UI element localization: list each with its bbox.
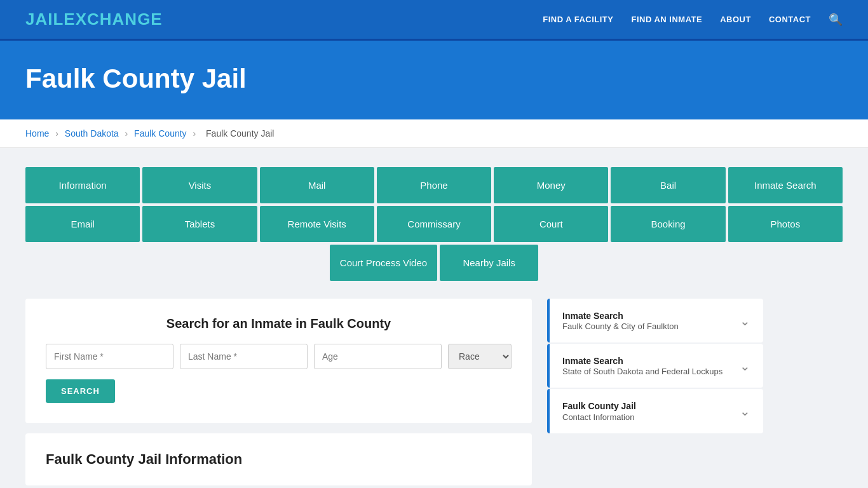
breadcrumb-home[interactable]: Home bbox=[25, 128, 49, 139]
breadcrumb: Home › South Dakota › Faulk County › Fau… bbox=[0, 119, 868, 148]
btn-tablets[interactable]: Tablets bbox=[142, 206, 257, 242]
sidebar-card-1-subtitle: Faulk County & City of Faulkton bbox=[562, 322, 679, 331]
btn-court-process-video[interactable]: Court Process Video bbox=[330, 245, 437, 281]
breadcrumb-separator-3: › bbox=[193, 128, 196, 139]
sidebar: Inmate Search Faulk County & City of Fau… bbox=[547, 299, 763, 485]
chevron-down-icon-2: ⌄ bbox=[740, 358, 750, 374]
nav-contact[interactable]: CONTACT bbox=[769, 15, 811, 24]
sidebar-card-1: Inmate Search Faulk County & City of Fau… bbox=[547, 299, 763, 342]
btn-money[interactable]: Money bbox=[494, 167, 608, 203]
btn-nearby-jails[interactable]: Nearby Jails bbox=[440, 245, 538, 281]
age-input[interactable] bbox=[314, 344, 442, 369]
btn-remote-visits[interactable]: Remote Visits bbox=[260, 206, 374, 242]
search-title: Search for an Inmate in Faulk County bbox=[46, 316, 512, 331]
chevron-down-icon-1: ⌄ bbox=[740, 313, 750, 329]
btn-phone[interactable]: Phone bbox=[377, 167, 491, 203]
sidebar-card-1-header[interactable]: Inmate Search Faulk County & City of Fau… bbox=[550, 299, 763, 342]
nav-links: FIND A FACILITY FIND AN INMATE ABOUT CON… bbox=[543, 13, 843, 27]
search-fields: Race White Black Hispanic Asian Other bbox=[46, 344, 512, 369]
btn-information[interactable]: Information bbox=[25, 167, 140, 203]
nav-about[interactable]: ABOUT bbox=[720, 15, 751, 24]
chevron-down-icon-3: ⌄ bbox=[740, 403, 750, 419]
sidebar-card-2-title: Inmate Search bbox=[562, 355, 722, 367]
breadcrumb-current: Faulk County Jail bbox=[206, 128, 274, 139]
navbar: JAILEXCHANGE FIND A FACILITY FIND AN INM… bbox=[0, 0, 868, 41]
button-grid-row2: Email Tablets Remote Visits Commissary C… bbox=[25, 206, 843, 242]
bottom-section: Search for an Inmate in Faulk County Rac… bbox=[25, 299, 843, 485]
breadcrumb-south-dakota[interactable]: South Dakota bbox=[65, 128, 119, 139]
button-grid-row1: Information Visits Mail Phone Money Bail… bbox=[25, 167, 843, 203]
btn-inmate-search[interactable]: Inmate Search bbox=[728, 167, 843, 203]
logo-exchange: EXCHANGE bbox=[64, 10, 162, 29]
hero-section: Faulk County Jail bbox=[0, 41, 868, 119]
page-info-section: Faulk County Jail Information bbox=[25, 433, 532, 485]
sidebar-card-2: Inmate Search State of South Dakota and … bbox=[547, 344, 763, 388]
sidebar-card-1-title: Inmate Search bbox=[562, 310, 679, 322]
btn-visits[interactable]: Visits bbox=[142, 167, 257, 203]
btn-commissary[interactable]: Commissary bbox=[377, 206, 491, 242]
search-panel: Search for an Inmate in Faulk County Rac… bbox=[25, 299, 532, 485]
breadcrumb-separator-1: › bbox=[55, 128, 58, 139]
sidebar-card-3: Faulk County Jail Contact Information ⌄ bbox=[547, 389, 763, 433]
breadcrumb-faulk-county[interactable]: Faulk County bbox=[134, 128, 186, 139]
sidebar-card-2-header[interactable]: Inmate Search State of South Dakota and … bbox=[550, 344, 763, 388]
sidebar-card-3-header[interactable]: Faulk County Jail Contact Information ⌄ bbox=[550, 389, 763, 433]
btn-photos[interactable]: Photos bbox=[728, 206, 843, 242]
sidebar-card-2-subtitle: State of South Dakota and Federal Lockup… bbox=[562, 367, 722, 376]
first-name-input[interactable] bbox=[46, 344, 173, 369]
btn-booking[interactable]: Booking bbox=[611, 206, 725, 242]
logo[interactable]: JAILEXCHANGE bbox=[25, 10, 163, 29]
logo-jail: JAIL bbox=[25, 10, 64, 29]
breadcrumb-separator-2: › bbox=[125, 128, 128, 139]
btn-email[interactable]: Email bbox=[25, 206, 140, 242]
sidebar-card-3-subtitle: Contact Information bbox=[562, 412, 636, 422]
btn-court[interactable]: Court bbox=[494, 206, 608, 242]
nav-find-facility[interactable]: FIND A FACILITY bbox=[543, 15, 613, 24]
search-button[interactable]: SEARCH bbox=[46, 379, 115, 403]
last-name-input[interactable] bbox=[180, 344, 308, 369]
sidebar-card-3-title: Faulk County Jail bbox=[562, 400, 636, 412]
search-icon[interactable]: 🔍 bbox=[829, 13, 843, 27]
race-select[interactable]: Race White Black Hispanic Asian Other bbox=[448, 344, 512, 369]
btn-bail[interactable]: Bail bbox=[611, 167, 725, 203]
page-info-heading: Faulk County Jail Information bbox=[46, 451, 512, 468]
nav-find-inmate[interactable]: FIND AN INMATE bbox=[631, 15, 702, 24]
button-grid-row3: Court Process Video Nearby Jails bbox=[25, 245, 843, 281]
page-title: Faulk County Jail bbox=[25, 64, 843, 94]
btn-mail[interactable]: Mail bbox=[260, 167, 374, 203]
main-content: Information Visits Mail Phone Money Bail… bbox=[0, 148, 868, 488]
